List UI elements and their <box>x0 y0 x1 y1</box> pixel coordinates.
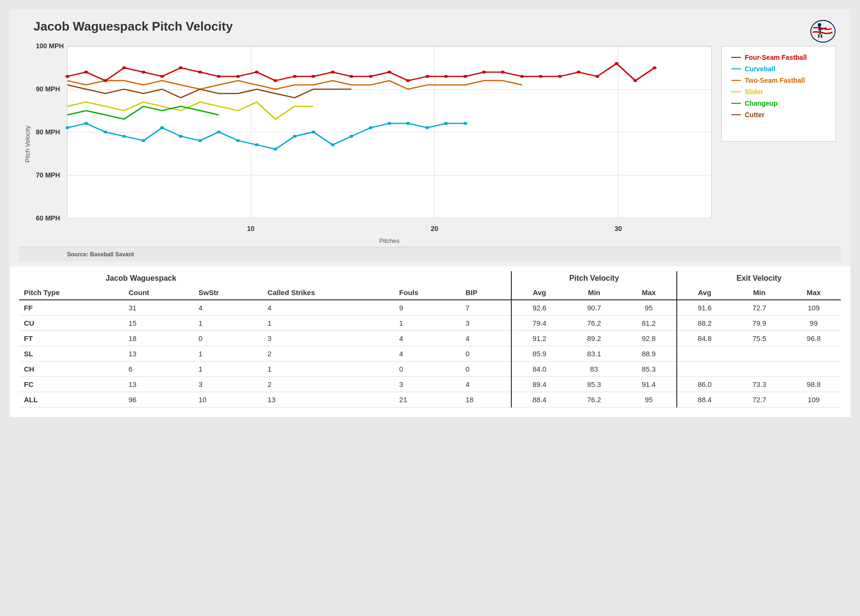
ff-dot <box>463 75 467 78</box>
col-called-strikes: Called Strikes <box>263 286 394 300</box>
ff-dot <box>501 71 505 74</box>
legend-line-ff <box>731 57 741 58</box>
pitch-velocity-header: Pitch Velocity <box>511 271 676 286</box>
col-swstr: SwStr <box>194 286 263 300</box>
table-row: SL13124085.983.188.9 <box>19 346 841 362</box>
legend-label-ch: Changeup <box>745 99 777 107</box>
ff-dot <box>558 75 562 78</box>
legend-line-sl <box>731 91 741 92</box>
col-pv-min: Min <box>567 286 621 300</box>
cu-dot <box>122 135 126 138</box>
ft-line <box>67 81 522 89</box>
col-ev-max: Max <box>786 286 841 300</box>
y-tick-90: 90 MPH <box>36 85 60 93</box>
y-tick-70: 70 MPH <box>36 171 60 179</box>
table-row: ALL961013211888.476.29588.472.7109 <box>19 392 841 407</box>
legend-label-ff: Four-Seam Fastball <box>745 54 807 61</box>
chart-container: Jacob Waguespack Pitch Velocity MLB.com <box>10 10 850 266</box>
cu-dot <box>350 135 353 138</box>
ff-dot <box>595 75 599 78</box>
cu-dot <box>160 126 164 129</box>
cu-dot <box>331 143 335 146</box>
ff-dot <box>482 71 486 74</box>
legend-item-cu: Curveball <box>731 65 826 73</box>
page-container: Jacob Waguespack Pitch Velocity MLB.com <box>0 0 860 427</box>
player-name-header: Jacob Waguespack <box>19 271 263 286</box>
legend-label-fc: Cutter <box>745 111 764 119</box>
table-row: CH6110084.08385.3 <box>19 362 841 377</box>
table-row: FF31449792.690.79591.672.7109 <box>19 300 841 316</box>
ff-line <box>67 64 655 81</box>
ff-dot <box>350 75 353 78</box>
cu-dot <box>236 139 240 142</box>
cu-dot <box>463 122 467 125</box>
legend-label-cu: Curveball <box>745 65 775 73</box>
cu-dot <box>84 122 88 125</box>
ff-dot <box>577 71 581 74</box>
col-pv-max: Max <box>621 286 677 300</box>
ff-dot <box>425 75 429 78</box>
ff-dot <box>84 71 88 74</box>
cu-dot <box>103 131 107 133</box>
cu-dot <box>217 131 221 133</box>
ff-dot <box>539 75 542 78</box>
chart-inner: 100 MPH 90 MPH 80 MPH 70 MPH 60 MPH <box>33 41 841 247</box>
cu-dot <box>387 122 391 125</box>
cu-dot <box>198 139 202 142</box>
legend-label-sl: Slider <box>745 88 763 96</box>
legend-item-sl: Slider <box>731 88 826 96</box>
legend: Four-Seam Fastball Curveball Two-Seam Fa… <box>721 46 836 142</box>
ff-dot <box>615 62 618 65</box>
ch-line <box>67 106 219 119</box>
cu-dot <box>444 122 448 125</box>
cu-dot <box>66 126 69 129</box>
x-tick-30: 30 <box>615 225 622 232</box>
ff-dot <box>179 66 183 69</box>
x-tick-20: 20 <box>431 225 439 232</box>
ff-dot <box>653 66 657 69</box>
legend-line-ch <box>731 103 741 104</box>
legend-line-cu <box>731 68 741 69</box>
ff-dot <box>331 71 335 74</box>
col-bip: BIP <box>461 286 511 300</box>
legend-item-ft: Two-Seam Fastball <box>731 77 826 84</box>
ff-dot <box>160 75 164 78</box>
y-axis-label: Pitch Velocity <box>19 41 33 247</box>
legend-item-ff: Four-Seam Fastball <box>731 54 826 61</box>
sl-line <box>67 102 313 119</box>
y-tick-60: 60 MPH <box>36 214 60 222</box>
cu-dot <box>142 139 145 142</box>
table-row: FC13323489.485.391.486.073.398.8 <box>19 377 841 392</box>
stats-table: Jacob Waguespack Pitch Velocity Exit Vel… <box>19 271 841 407</box>
ff-dot <box>217 75 221 78</box>
exit-velocity-header: Exit Velocity <box>677 271 841 286</box>
chart-area: Pitch Velocity 100 MPH 90 MPH 80 MPH 70 … <box>19 41 841 247</box>
chart-svg <box>67 46 711 218</box>
cu-dot <box>179 135 183 138</box>
ff-dot <box>444 75 448 78</box>
ff-dot <box>66 75 69 78</box>
cu-dot <box>369 126 373 129</box>
col-ev-avg: Avg <box>677 286 732 300</box>
cu-dot <box>255 143 259 146</box>
legend-item-ch: Changeup <box>731 99 826 107</box>
svg-point-7 <box>818 23 821 26</box>
table-container: Jacob Waguespack Pitch Velocity Exit Vel… <box>10 266 850 417</box>
legend-line-fc <box>731 114 741 115</box>
legend-line-ft <box>731 80 741 81</box>
col-ev-min: Min <box>732 286 787 300</box>
svg-rect-4 <box>818 34 820 38</box>
ff-dot <box>406 79 410 82</box>
cu-dot <box>293 135 297 138</box>
y-tick-100: 100 MPH <box>36 42 64 50</box>
ff-dot <box>103 79 107 82</box>
y-tick-80: 80 MPH <box>36 128 60 136</box>
ff-dot <box>255 71 259 74</box>
ff-dot <box>122 66 126 69</box>
ff-dot <box>633 79 637 82</box>
col-fouls: Fouls <box>395 286 461 300</box>
legend-label-ft: Two-Seam Fastball <box>745 77 805 84</box>
col-count: Count <box>124 286 194 300</box>
col-pv-avg: Avg <box>511 286 567 300</box>
x-tick-10: 10 <box>247 225 254 232</box>
